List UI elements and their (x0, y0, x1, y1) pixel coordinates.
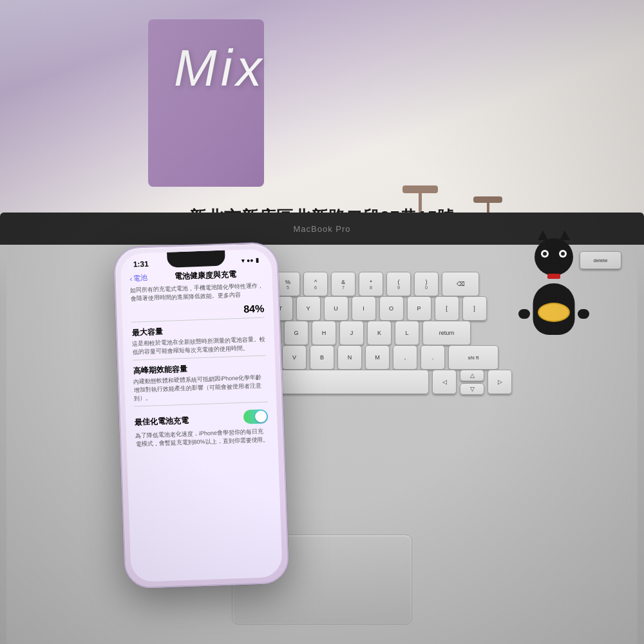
cat-head (535, 238, 573, 276)
key-shift-right[interactable]: shi ft (448, 345, 498, 370)
back-button[interactable]: ‹ 電池 (129, 273, 147, 283)
key-l[interactable]: L (395, 321, 419, 345)
macbook-label: MacBook Pro (293, 224, 350, 234)
max-capacity-desc: 這是相較於電池在全新狀態時所測量的電池容量。較低的容量可能會縮短每次充電後的使用… (132, 336, 266, 356)
iphone-screen: 1:31 ▾ ●● ▮ ‹ 電池 電池健康度與充電 如同所有的充電式電池，手機電… (120, 249, 283, 582)
key-p[interactable]: P (407, 296, 431, 321)
cat-ear-left (538, 231, 548, 240)
key-return[interactable]: return (422, 321, 471, 345)
key-period[interactable]: . (421, 345, 445, 370)
key-up[interactable]: △ (460, 370, 484, 381)
key-5[interactable]: %5 (276, 272, 300, 296)
status-icons: ▾ ●● ▮ (242, 256, 259, 263)
optimized-charging-title: 最佳化電池充電 (135, 415, 189, 428)
key-g[interactable]: G (284, 321, 308, 345)
optimized-charging-toggle[interactable] (243, 409, 269, 424)
cat-item (538, 303, 570, 322)
background-scene: Mix 新北市新店區北新路二段97巷15號 (0, 0, 644, 238)
key-6[interactable]: ^6 (303, 272, 328, 296)
key-7[interactable]: &7 (331, 272, 355, 296)
key-bracket-close[interactable]: ] (462, 296, 487, 321)
key-comma[interactable]: , (393, 345, 417, 370)
key-o[interactable]: O (379, 296, 404, 321)
key-i[interactable]: I (352, 296, 376, 321)
key-space[interactable] (261, 370, 429, 394)
key-k[interactable]: K (367, 321, 392, 345)
status-time: 1:31 (133, 259, 149, 269)
cat-eye-left (541, 250, 549, 258)
cat-ear-right (560, 231, 570, 240)
key-row-zxcv: ⇧ Z X C V B N M , . shi ft (6, 345, 638, 370)
key-y[interactable]: Y (296, 296, 321, 321)
key-9[interactable]: (9 (386, 272, 411, 296)
key-left[interactable]: ◁ (432, 370, 457, 394)
store-mix-sign: Mix (174, 39, 265, 98)
iphone-device: 1:31 ▾ ●● ▮ ‹ 電池 電池健康度與充電 如同所有的充電式電池，手機電… (113, 242, 289, 589)
key-8[interactable]: *8 (359, 272, 383, 296)
key-h[interactable]: H (312, 321, 336, 345)
key-0[interactable]: )0 (414, 272, 439, 296)
signal-icon: ●● (247, 257, 254, 263)
battery-icon: ▮ (255, 256, 258, 263)
battery-percent: 84% (131, 303, 265, 319)
back-chevron-icon: ‹ (129, 274, 132, 282)
key-right[interactable]: ▷ (488, 370, 512, 394)
key-b[interactable]: B (310, 345, 334, 370)
key-row-bottom: ⌘ command option ⌥ ◁ △ ▽ ▷ (6, 370, 638, 395)
cat-bow (547, 274, 560, 279)
cat-paw-left (518, 309, 530, 319)
wifi-icon: ▾ (242, 257, 245, 263)
settings-screen: ‹ 電池 電池健康度與充電 如同所有的充電式電池，手機電池隨化學特性運作，會隨著… (120, 268, 278, 452)
key-backspace[interactable]: ⌫ (442, 272, 479, 296)
cat-eye-right (559, 250, 567, 258)
cat-toy (515, 232, 592, 335)
key-v[interactable]: V (282, 345, 307, 370)
key-down[interactable]: ▽ (460, 383, 484, 395)
back-label: 電池 (133, 273, 148, 283)
key-n[interactable]: N (337, 345, 362, 370)
cat-paw-right (578, 309, 589, 319)
settings-intro: 如同所有的充電式電池，手機電池隨化學特性運作，會隨著使用時間的進展降低效能。更多… (130, 282, 264, 303)
key-j[interactable]: J (339, 321, 364, 345)
peak-capacity-desc: 內建動態軟體和硬體系統可抵銷因iPhone化學年齡增加對執行效能產生的影響（可能… (133, 374, 267, 402)
key-u[interactable]: U (324, 296, 348, 321)
divider-2 (133, 355, 266, 361)
key-bracket-open[interactable]: [ (435, 296, 459, 321)
iphone-notch (167, 251, 225, 268)
key-m[interactable]: M (365, 345, 390, 370)
